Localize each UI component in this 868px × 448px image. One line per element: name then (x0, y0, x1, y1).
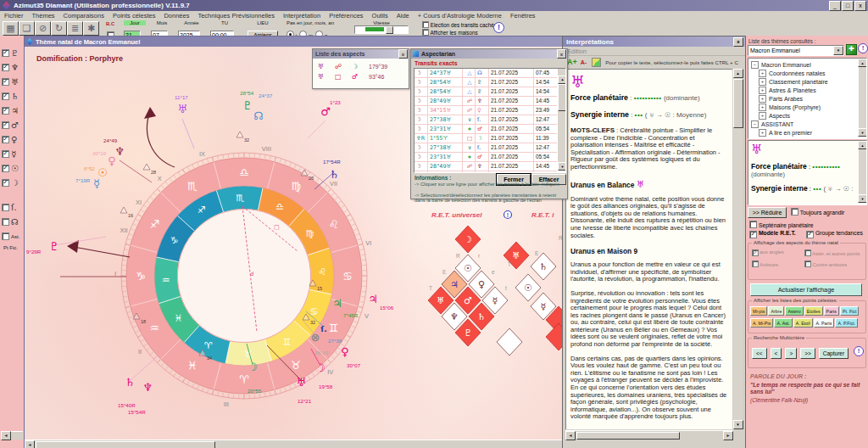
planet-toggle-2[interactable]: ✓♅ (0, 75, 24, 89)
interp-hscrollbar[interactable]: ◄ ► (565, 430, 733, 440)
close-icon[interactable]: x (398, 49, 408, 59)
planet-toggle-0[interactable]: ✓♇ (0, 46, 24, 60)
transit-row[interactable]: ☽28°54♉△♇21.07.202514:54 (415, 171, 557, 173)
transit-row[interactable]: ☽28°54♉△♇21.07.202514:54 (415, 78, 557, 87)
reduire-button[interactable]: >> Réduire (748, 207, 787, 218)
transit-row[interactable]: ☽23°31♉∗♂21.07.202505:54 (415, 153, 557, 162)
transit-table-scrollbar[interactable]: ▲ ▼ (558, 69, 565, 171)
menu-outils[interactable]: Outils (368, 12, 392, 20)
search->>[interactable]: >> (800, 348, 815, 359)
transit-row[interactable]: ☽24°37♉△☊21.07.202507:45 (415, 69, 557, 78)
planet-toggle-6[interactable]: ✓♀ (0, 132, 24, 147)
transit-row[interactable]: ☽23°31♉∗♂21.07.202505:54 (415, 125, 557, 134)
scroll-up-icon[interactable]: ▲ (858, 141, 867, 149)
scroll-up-icon[interactable]: ▲ (733, 69, 743, 78)
tree-item-c1-0[interactable]: +Coordonnées natales (759, 69, 866, 77)
scroll-up-icon[interactable]: ▲ (558, 76, 566, 84)
add-theme-icon[interactable]: ✚ (846, 44, 857, 55)
menu-techniques-pr-visionnelles[interactable]: Techniques Prévisionnelles (193, 12, 278, 20)
transit-row[interactable]: ☽28°54♉△♇21.07.202514:54 (415, 87, 557, 97)
list-button-A. P.Fict.[interactable]: A. P.Fict. (835, 318, 858, 328)
close-button[interactable]: x (854, 1, 866, 11)
font-increase-button[interactable]: A+ (567, 58, 577, 66)
menu-interpr-tation[interactable]: Interprétation (279, 12, 325, 20)
menu-fichier[interactable]: Fichier (0, 12, 28, 20)
planet-toggle-5[interactable]: ✓♂ (0, 118, 24, 132)
tree-item-c1-1[interactable]: +Classement planétaire (759, 77, 866, 86)
interpretation-preview[interactable]: ♅ Force planétaire : •••••••••• (dominan… (748, 140, 867, 205)
scroll-down-icon[interactable]: ▼ (858, 194, 867, 203)
modele-ret-check[interactable]: ✓ Modèle R.E.T. (749, 230, 796, 238)
data-pages-icon[interactable]: ≣ (67, 21, 83, 36)
list-button-A. Mi-Pts[interactable]: A. Mi-Pts (750, 318, 773, 328)
menu-pr-f-rences[interactable]: Préférences (325, 12, 367, 20)
scroll-up-icon[interactable]: ▲ (858, 59, 867, 67)
planet-toggle-12[interactable]: Ast. (0, 229, 24, 244)
groupe-tendances-check[interactable]: ✓ Groupe tendances (806, 230, 863, 238)
menu-comparaisons[interactable]: Comparaisons (59, 12, 108, 20)
interpretations-titlebar[interactable]: Interprétations x (563, 36, 745, 47)
tree-scrollbar[interactable]: ▲ ▼ (859, 59, 866, 137)
search->[interactable]: > (785, 348, 797, 359)
transit-row[interactable]: ☽27°38♉∨ſ.21.07.202512:47 (415, 143, 557, 153)
planet-toggle-3[interactable]: ✓♄ (0, 89, 24, 104)
chevron-down-icon[interactable]: ▼ (833, 46, 843, 55)
list-button-A. Ast.[interactable]: A. Ast. (774, 318, 792, 328)
transit-row[interactable]: ♆R1°55♈□☽21.07.202511:39 (415, 134, 557, 143)
planet-toggle-10[interactable]: ſ. (0, 200, 24, 215)
list-button-A. Parts[interactable]: A. Parts (814, 318, 835, 328)
preview-scrollbar[interactable]: ▲ ▼ (859, 141, 866, 203)
minimize-button[interactable]: _ (829, 1, 841, 11)
help-icon[interactable]: ! (854, 346, 864, 356)
font-decrease-button[interactable]: A- (581, 59, 587, 65)
close-icon[interactable]: x (733, 37, 743, 47)
toujours-agrandir-check[interactable]: Toujours agrandir (791, 208, 844, 216)
new-chart-icon[interactable]: ▦ (3, 21, 19, 36)
menu-fen-tres[interactable]: Fenêtres (506, 12, 540, 20)
edition-menu[interactable]: Edition (567, 48, 587, 55)
copy-icon[interactable] (592, 58, 601, 67)
list-button-Pt. Fict[interactable]: Pt. Fict (840, 306, 859, 316)
list-button-A. Etoil[interactable]: A. Etoil (793, 318, 813, 328)
menu-aide[interactable]: Aide (392, 12, 414, 20)
tree-item-c1-2[interactable]: +Astres & Planètes (759, 86, 866, 94)
help-icon[interactable]: ! (858, 43, 868, 53)
scroll-left-icon[interactable]: ◄ (1, 431, 11, 440)
menu--cours-d-astrologie-moderne[interactable]: + Cours d'Astrologie Moderne (414, 12, 506, 20)
sidebar-scrollbar[interactable]: ◄ (1, 431, 23, 440)
wheel-options-icon[interactable]: ✱ (83, 21, 99, 36)
transit-row[interactable]: ☽34°15♉☍♀21.07.202523:49 (415, 106, 557, 115)
search-<<[interactable]: << (752, 348, 767, 359)
scroll-thumb[interactable] (733, 79, 743, 128)
tree-item-c1-4[interactable]: +Maisons (Porphyre) (759, 103, 866, 111)
interpretation-text[interactable]: ♅Force planétaire : •••••••••• (dominant… (565, 69, 732, 429)
menu-points-c-lestes[interactable]: Points célestes (108, 12, 159, 20)
scroll-right-icon[interactable]: ► (723, 431, 733, 440)
delete-chart-icon[interactable]: ⊘ (35, 21, 51, 36)
menu-donn-es[interactable]: Données (159, 12, 193, 20)
scroll-left-icon[interactable]: ◄ (565, 431, 576, 440)
list-button-Astéro[interactable]: Astéro (785, 306, 803, 316)
planet-toggle-4[interactable]: ✓♃ (0, 104, 24, 118)
aspect-check-3[interactable]: Contre-antisces (804, 260, 860, 272)
planet-toggle-9[interactable]: ✓☽ (0, 176, 24, 190)
help-icon[interactable]: ! (493, 22, 504, 33)
scroll-down-icon[interactable]: ▼ (558, 162, 566, 171)
tree-item-root1[interactable]: −Macron Emmanuel (751, 60, 866, 69)
menu-th-mes[interactable]: Thèmes (28, 12, 59, 20)
comparison-icon[interactable]: ❏ (19, 21, 35, 36)
tree-item-c1-3[interactable]: +Parts Arabes (759, 94, 866, 103)
aspect-check-0[interactable]: ✓ aux angles (752, 249, 804, 260)
transit-row[interactable]: ☽28°49♉☍♆21.07.202514:45 (415, 97, 557, 106)
aspect-check-2[interactable]: Antisces (752, 260, 804, 272)
aspect-list-titlebar[interactable]: Liste des aspects x (313, 49, 409, 59)
interp-vscrollbar[interactable]: ▲ ▼ (733, 69, 743, 429)
septenaire-check[interactable]: Septénaire planétaire (749, 221, 814, 228)
scroll-thumb[interactable] (576, 432, 680, 440)
scroll-down-icon[interactable]: ▼ (733, 420, 743, 429)
aspectarian-titlebar[interactable]: Aspectarian x (411, 49, 567, 59)
search-Capturer[interactable]: Capturer (819, 348, 849, 359)
aspect-check-1[interactable]: Astér. et autres points (804, 249, 860, 260)
list-button-Parts[interactable]: Parts (824, 306, 839, 316)
planet-toggle-1[interactable]: ✓♆ (0, 60, 24, 75)
